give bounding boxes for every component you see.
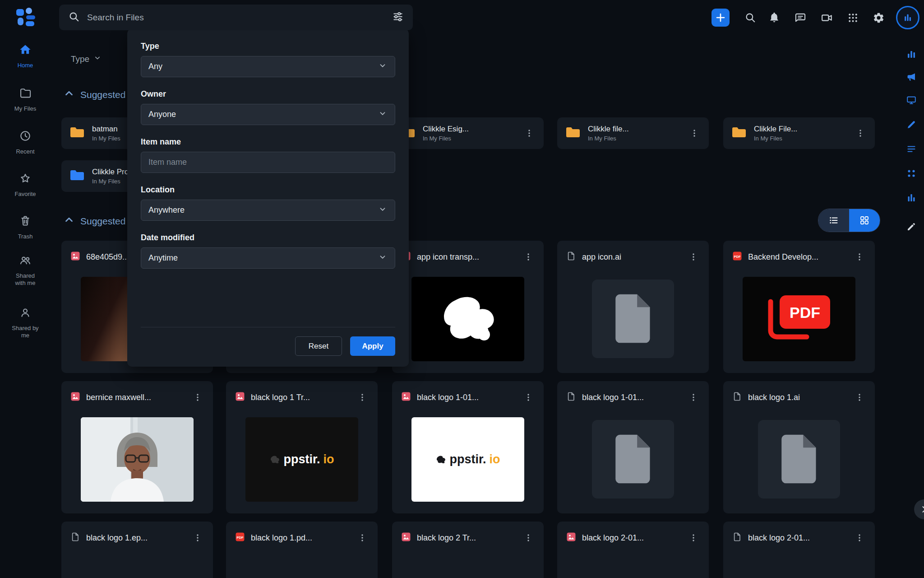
date-modified-select[interactable]: Anytime (141, 247, 395, 269)
folder-card[interactable]: Clikkle file... In My Files (557, 117, 709, 149)
file-name: black logo 1.pd... (251, 533, 352, 543)
file-menu-icon[interactable] (687, 391, 700, 404)
file-card[interactable]: PDF Backend Develop... PDF (723, 241, 875, 373)
folder-card[interactable]: Clikkle File... In My Files (723, 117, 875, 149)
file-menu-icon[interactable] (853, 531, 866, 544)
global-search-icon[interactable] (741, 9, 759, 27)
filter-label: Type (141, 42, 395, 51)
appstir-logo: ppstir.io (435, 452, 500, 466)
appstir-mark-blob (269, 456, 280, 464)
clikkle-logo-icon[interactable] (15, 6, 38, 29)
file-menu-icon[interactable] (687, 251, 700, 263)
file-card[interactable]: black logo 2-01... (557, 522, 709, 578)
reset-button[interactable]: Reset (295, 336, 342, 356)
file-card[interactable]: PDF black logo 1.pd... (226, 522, 378, 578)
pdf-file-icon: PDF (235, 532, 245, 544)
file-card[interactable]: black logo 1 Tr... ppstir.io (226, 381, 378, 513)
settings-gear-icon[interactable] (869, 9, 887, 27)
file-card[interactable]: black logo 1-01... (557, 381, 709, 513)
file-menu-icon[interactable] (522, 251, 535, 263)
app-ads-megaphone-icon[interactable] (905, 70, 918, 83)
item-name-input[interactable] (141, 152, 395, 173)
sidebar-item-shared-with-me[interactable]: Shared with me (0, 254, 51, 287)
sidebar-item-my-files[interactable]: My Files (0, 87, 51, 112)
file-name: Backend Develop... (748, 252, 850, 262)
appstir-logo: ppstir.io (269, 452, 334, 466)
generic-file-icon (566, 251, 576, 263)
chevron-down-icon (378, 61, 388, 73)
file-card[interactable]: black logo 2 Tr... (392, 522, 544, 578)
file-name: black logo 2-01... (582, 533, 684, 543)
file-card[interactable]: black logo 1.ai (723, 381, 875, 513)
filter-tune-icon[interactable] (392, 11, 404, 24)
folder-card[interactable]: Clikkle Esig... In My Files (392, 117, 544, 149)
apps-grid-icon[interactable] (844, 9, 862, 27)
sidebar-item-trash[interactable]: Trash (0, 214, 51, 240)
file-card-header: black logo 1.ai (732, 391, 866, 404)
notifications-bell-icon[interactable] (765, 9, 783, 27)
type-filter-chip[interactable]: Type (71, 53, 102, 65)
file-menu-icon[interactable] (191, 391, 204, 404)
folder-icon (19, 87, 32, 101)
type-select[interactable]: Any (141, 56, 395, 77)
pdf-file-icon: PDF (732, 251, 742, 263)
file-card[interactable]: bernice maxwell... (61, 381, 213, 513)
collapse-chevron-up-icon[interactable] (63, 88, 75, 102)
list-view-button[interactable] (818, 209, 849, 232)
sidebar-item-home[interactable]: Home (0, 43, 51, 69)
file-card[interactable]: black logo 2-01... (723, 522, 875, 578)
file-menu-icon[interactable] (687, 531, 700, 544)
account-avatar[interactable] (896, 6, 919, 29)
edit-pencil-icon[interactable] (905, 220, 918, 233)
file-menu-icon[interactable] (356, 391, 369, 404)
svg-text:PDF: PDF (734, 255, 741, 259)
file-card-header: PDF black logo 1.pd... (235, 531, 369, 544)
app-host-monitor-icon[interactable] (905, 94, 918, 107)
file-menu-icon[interactable] (191, 531, 204, 544)
sidebar-item-shared-by-me[interactable]: Shared by me (0, 306, 51, 339)
file-menu-icon[interactable] (522, 531, 535, 544)
search-input[interactable] (87, 13, 392, 23)
chevron-down-icon (378, 252, 388, 264)
grid-view-button[interactable] (849, 209, 880, 232)
file-menu-icon[interactable] (853, 251, 866, 263)
video-meet-icon[interactable] (818, 9, 836, 27)
file-card-header: black logo 2-01... (732, 531, 866, 544)
search-bar[interactable] (59, 5, 413, 30)
folder-menu-icon[interactable] (523, 127, 536, 140)
app-projects-list-icon[interactable] (905, 143, 918, 155)
person-icon (19, 306, 32, 321)
file-card[interactable]: app icon.ai (557, 241, 709, 373)
owner-select[interactable]: Anyone (141, 104, 395, 125)
collapse-chevron-up-icon[interactable] (63, 214, 75, 228)
app-analytics-icon[interactable] (905, 48, 918, 61)
clock-icon (19, 130, 32, 144)
file-card[interactable]: black logo 1-01... ppstir.io (392, 381, 544, 513)
app-files-bars-icon[interactable] (905, 191, 918, 204)
folder-location: In My Files (588, 135, 684, 142)
document-glyph-icon (776, 432, 822, 487)
folder-menu-icon[interactable] (688, 127, 701, 140)
folder-menu-icon[interactable] (854, 127, 867, 140)
file-menu-icon[interactable] (522, 391, 535, 404)
chevron-down-icon (378, 204, 388, 216)
location-select[interactable]: Anywhere (141, 200, 395, 221)
file-card-header: black logo 1.ep... (70, 531, 204, 544)
app-campaigns-dots-icon[interactable] (905, 167, 918, 180)
sidebar-item-recent[interactable]: Recent (0, 130, 51, 155)
file-card-header: PDF Backend Develop... (732, 251, 866, 263)
file-name: black logo 1-01... (582, 393, 684, 402)
file-menu-icon[interactable] (356, 531, 369, 544)
app-esign-pen-icon[interactable] (905, 118, 918, 131)
file-menu-icon[interactable] (853, 391, 866, 404)
chat-icon[interactable] (791, 9, 809, 27)
trash-icon (19, 214, 32, 229)
file-card[interactable]: app icon transp... (392, 241, 544, 373)
chevron-down-icon (378, 108, 388, 121)
sidebar-item-favorite[interactable]: Favorite (0, 172, 51, 198)
filter-panel-footer: Reset Apply (141, 327, 395, 356)
apply-button[interactable]: Apply (350, 336, 395, 356)
file-card[interactable]: black logo 1.ep... (61, 522, 213, 578)
new-upload-button[interactable] (711, 9, 730, 27)
search-filter-panel: Type Any Owner Anyone Item name Location… (127, 29, 409, 367)
